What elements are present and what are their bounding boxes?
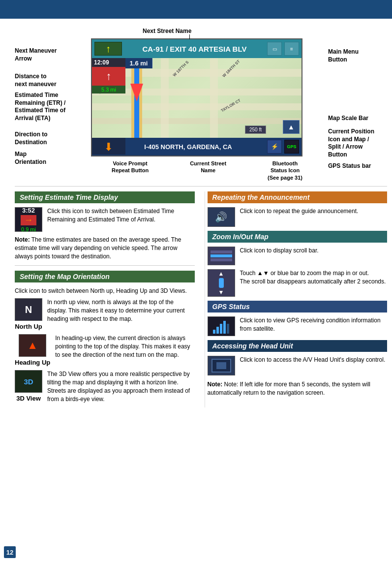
label-current-position: Current PositionIcon and Map /Split / Ar… bbox=[328, 128, 387, 158]
section-header-zoom: Zoom In/Out Map bbox=[208, 231, 388, 243]
threed-label: 3D View bbox=[16, 395, 41, 402]
heading-up-label: Heading Up bbox=[15, 359, 50, 366]
head-unit-icon[interactable] bbox=[208, 356, 235, 375]
north-up-text: In north up view, north is always at the… bbox=[47, 298, 195, 323]
map-topbar: ↑ CA-91 / EXIT 40 ARTESIA BLV ▭ ≡ bbox=[92, 39, 302, 58]
map-image[interactable]: W 187TH S W 184TH ST TAYLOR CT SS AVE S … bbox=[91, 38, 302, 156]
map-scale[interactable]: 250 ft bbox=[245, 125, 266, 134]
bottom-labels-row: Voice PromptRepeat Button Current Street… bbox=[91, 160, 323, 181]
label-main-menu: Main MenuButton bbox=[328, 48, 387, 63]
map-orient-intro: Click icon to switch between North up, H… bbox=[15, 286, 195, 295]
feature-row-zoom1: Click icon to display scroll bar. bbox=[208, 247, 388, 265]
main-content: Next ManeuverArrow Distance tonext maneu… bbox=[0, 19, 392, 412]
threed-text: The 3D View offers you a more realistic … bbox=[47, 370, 195, 403]
gps-icon[interactable] bbox=[208, 316, 235, 336]
bottombar-text: I-405 NORTH, GARDENA, CA bbox=[112, 143, 265, 151]
feature-row-gps: Click icon to view GPS receiving conditi… bbox=[208, 316, 388, 336]
divider bbox=[15, 186, 387, 187]
section-header-estimate: Setting Estimate Time Display bbox=[15, 191, 195, 203]
header-bar bbox=[0, 0, 392, 19]
label-direction-to: Direction toDestination bbox=[15, 131, 79, 146]
topbar-icon1[interactable]: ▭ bbox=[267, 42, 282, 56]
speaker-icon[interactable]: 🔊 bbox=[208, 207, 235, 227]
map-section: Next ManeuverArrow Distance tonext maneu… bbox=[15, 24, 387, 181]
bluetooth-icon: ⚡ bbox=[267, 140, 282, 154]
label-map-orientation: MapOrientation bbox=[15, 151, 79, 166]
col-left: Setting Estimate Time Display 3:52 → 0.9… bbox=[15, 191, 200, 407]
section-header-map-orient: Setting the Map Orientation bbox=[15, 271, 195, 282]
zoom-text2: Touch ▲▼ or blue bar to zoom the map in … bbox=[240, 269, 388, 286]
feature-row-zoom2: ▲ ▼ Touch ▲▼ or blue bar to zoom the map… bbox=[208, 269, 388, 297]
label-bluetooth-status: BluetoothStatus Icon(See page 31) bbox=[268, 160, 302, 181]
zoom-text1: Click icon to display scroll bar. bbox=[240, 247, 388, 255]
feature-row-3d-view: 3D 3D View The 3D View offers you a more… bbox=[15, 370, 195, 403]
feature-row-repeating: 🔊 Click icon to repeat the guide announc… bbox=[208, 207, 388, 227]
estimate-text: Click this icon to switch between Estima… bbox=[47, 207, 195, 224]
estimate-icon[interactable]: 3:52 → 0.9 mi bbox=[15, 207, 42, 232]
label-current-street-name: Current StreetName bbox=[190, 160, 226, 181]
feature-row-estimate: 3:52 → 0.9 mi Click this icon to switch … bbox=[15, 207, 195, 232]
feature-row-heading-up: ▲ Heading Up In heading-up view, the cur… bbox=[15, 334, 195, 366]
label-etr-eta: Estimated TimeRemaining (ETR) /Estimated… bbox=[15, 92, 79, 122]
threed-icon[interactable]: 3D bbox=[15, 370, 42, 393]
current-pos-button[interactable]: ▲ bbox=[283, 120, 300, 134]
topbar-text: CA-91 / EXIT 40 ARTESIA BLV bbox=[124, 45, 265, 53]
head-unit-text: Click icon to access the A/V Head Unit's… bbox=[240, 356, 388, 364]
gps-text: Click icon to view GPS receiving conditi… bbox=[240, 316, 388, 333]
north-up-icon[interactable]: N bbox=[15, 298, 42, 321]
scroll-icon[interactable]: ▲ ▼ bbox=[208, 269, 235, 297]
north-up-label: North Up bbox=[15, 323, 42, 330]
label-next-maneuver-arrow: Next ManeuverArrow bbox=[15, 47, 79, 62]
section-header-gps: GPS Status bbox=[208, 301, 388, 312]
heading-up-icon[interactable]: ▲ bbox=[19, 334, 46, 357]
scale-icon[interactable] bbox=[208, 247, 235, 265]
label-distance-to-next: Distance tonext maneuver bbox=[15, 73, 79, 88]
two-col-section: Setting Estimate Time Display 3:52 → 0.9… bbox=[15, 191, 387, 407]
label-next-street-name: Next Street Name bbox=[143, 28, 191, 34]
label-voice-prompt-repeat: Voice PromptRepeat Button bbox=[112, 160, 149, 181]
label-gps-status-bar: GPS Status bar bbox=[328, 162, 387, 170]
heading-up-text: In heading-up view, the current directio… bbox=[55, 334, 194, 359]
page-number: 12 bbox=[4, 546, 16, 558]
repeating-text: Click icon to repeat the guide announcem… bbox=[240, 207, 388, 216]
estimate-note: Note: The time estimates are based on th… bbox=[15, 236, 195, 260]
label-map-scale-bar: Map Scale Bar bbox=[328, 115, 387, 123]
feature-row-head-unit: Click icon to access the A/V Head Unit's… bbox=[208, 356, 388, 375]
col-right: Repeating the Announcement 🔊 Click icon … bbox=[205, 191, 388, 407]
topbar-icon2[interactable]: ≡ bbox=[284, 42, 299, 56]
feature-row-north-up: N North Up In north up view, north is al… bbox=[15, 298, 195, 330]
section-header-repeating: Repeating the Announcement bbox=[208, 191, 388, 203]
gps-status-icon[interactable]: GPS bbox=[284, 140, 299, 154]
bottom-note: Note: Note: If left idle for more than 5… bbox=[208, 380, 388, 397]
section-header-head-unit: Accessing the Head Unit bbox=[208, 340, 388, 352]
